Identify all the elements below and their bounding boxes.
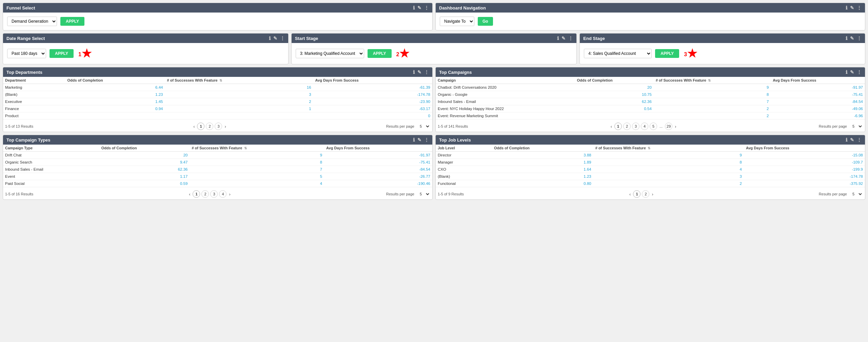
end-stage-dropdown[interactable]: 4: Sales Qualified Account xyxy=(584,49,652,58)
page-2-button[interactable]: 2 xyxy=(642,190,649,198)
navigate-to-dropdown[interactable]: Navigate To xyxy=(440,17,474,26)
table-cell: -190.46 xyxy=(324,180,432,187)
page-3-button[interactable]: 3 xyxy=(210,190,218,198)
prev-page-button[interactable]: ‹ xyxy=(628,192,632,197)
page-3-button[interactable]: 3 xyxy=(215,123,222,130)
col-successes: # of Successes With Feature ⇅ xyxy=(190,145,324,152)
page-1-button[interactable]: 1 xyxy=(193,190,200,198)
table-cell: 1.64 xyxy=(492,166,593,173)
date-range-dropdown[interactable]: Past 180 days xyxy=(7,49,46,58)
prev-page-button[interactable]: ‹ xyxy=(610,124,613,129)
page-2-button[interactable]: 2 xyxy=(206,123,213,130)
table-cell: Finance xyxy=(3,105,65,112)
page-2-button[interactable]: 2 xyxy=(201,190,209,198)
info-icon[interactable]: ℹ xyxy=(269,36,271,41)
funnel-select-dropdown[interactable]: Demand Generation xyxy=(7,17,57,26)
table-cell: 62.36 xyxy=(575,98,654,105)
info-icon[interactable]: ℹ xyxy=(846,36,847,41)
table-cell: 2 xyxy=(654,105,771,112)
funnel-select-icons: ℹ ✎ ⋮ xyxy=(413,5,429,10)
sort-icon[interactable]: ⇅ xyxy=(708,79,711,82)
table-cell: 2 xyxy=(593,180,744,187)
top-campaign-types-pages: ‹ 1 2 3 4 › xyxy=(188,190,232,198)
top-job-levels-pagination: 1-5 of 9 Results ‹ 1 2 › Results per pag… xyxy=(436,187,865,199)
funnel-apply-button[interactable]: APPLY xyxy=(60,17,84,26)
rpp-select[interactable]: 5 xyxy=(848,190,863,198)
col-odds-completion: Odds of Completion xyxy=(99,145,190,152)
top-campaigns-results-summary: 1-5 of 141 Results xyxy=(438,124,468,128)
edit-icon[interactable]: ✎ xyxy=(561,36,566,41)
more-icon[interactable]: ⋮ xyxy=(857,5,862,10)
start-stage-dropdown[interactable]: 3: Marketing Qualified Account xyxy=(296,49,364,58)
page-4-button[interactable]: 4 xyxy=(641,123,648,130)
prev-page-button[interactable]: ‹ xyxy=(192,124,196,129)
table-row: Manager1.898-109.7 xyxy=(436,159,865,166)
date-range-apply-button[interactable]: APPLY xyxy=(50,49,74,58)
more-icon[interactable]: ⋮ xyxy=(857,36,862,41)
sort-icon[interactable]: ⇅ xyxy=(219,79,222,82)
next-page-button[interactable]: › xyxy=(651,192,654,197)
edit-icon[interactable]: ✎ xyxy=(850,69,854,75)
info-icon[interactable]: ℹ xyxy=(846,5,847,10)
start-stage-panel: Start Stage ℹ ✎ ⋮ 3: Marketing Qualified… xyxy=(291,33,577,64)
next-page-button[interactable]: › xyxy=(223,124,227,129)
more-icon[interactable]: ⋮ xyxy=(857,137,862,143)
table-cell: Product xyxy=(3,112,65,120)
info-icon[interactable]: ℹ xyxy=(846,137,847,143)
col-avg-days: Avg Days From Success xyxy=(771,77,865,84)
page-2-button[interactable]: 2 xyxy=(623,123,631,130)
more-icon[interactable]: ⋮ xyxy=(424,137,429,143)
rpp-select[interactable]: 5 xyxy=(848,122,863,130)
more-icon[interactable]: ⋮ xyxy=(280,36,285,41)
next-page-button[interactable]: › xyxy=(228,192,231,197)
more-icon[interactable]: ⋮ xyxy=(424,5,429,10)
page-1-button[interactable]: 1 xyxy=(633,190,640,198)
table-cell: 2 xyxy=(654,112,771,120)
start-stage-apply-button[interactable]: APPLY xyxy=(368,49,392,58)
edit-icon[interactable]: ✎ xyxy=(850,36,854,41)
info-icon[interactable]: ℹ xyxy=(413,137,415,143)
end-stage-apply-button[interactable]: APPLY xyxy=(655,49,679,58)
table-cell: 7 xyxy=(654,98,771,105)
edit-icon[interactable]: ✎ xyxy=(417,5,421,10)
date-range-select-header: Date Range Select ℹ ✎ ⋮ xyxy=(3,34,288,43)
prev-page-button[interactable]: ‹ xyxy=(188,192,191,197)
table-cell: 2 xyxy=(165,98,313,105)
go-button[interactable]: Go xyxy=(478,17,493,26)
info-icon[interactable]: ℹ xyxy=(557,36,559,41)
table-cell: 1.89 xyxy=(492,159,593,166)
more-icon[interactable]: ⋮ xyxy=(424,69,429,75)
table-cell: Drift Chat xyxy=(3,152,99,159)
edit-icon[interactable]: ✎ xyxy=(273,36,277,41)
table-cell: -75.41 xyxy=(771,91,865,98)
edit-icon[interactable]: ✎ xyxy=(417,137,421,143)
page-3-button[interactable]: 3 xyxy=(632,123,639,130)
info-icon[interactable]: ℹ xyxy=(413,69,415,75)
date-range-select-body: Past 180 days APPLY 1✭ xyxy=(3,43,288,64)
table-cell: -61.39 xyxy=(313,84,432,91)
rpp-select[interactable]: 5 xyxy=(416,190,430,198)
dashboard-navigation-panel: Dashboard Navigation ℹ ✎ ⋮ Navigate To G… xyxy=(435,3,865,30)
edit-icon[interactable]: ✎ xyxy=(417,69,421,75)
info-icon[interactable]: ℹ xyxy=(846,69,847,75)
table-cell: 7 xyxy=(190,166,324,173)
page-5-button[interactable]: 5 xyxy=(650,123,657,130)
page-1-button[interactable]: 1 xyxy=(614,123,622,130)
table-cell: -23.90 xyxy=(313,98,432,105)
more-icon[interactable]: ⋮ xyxy=(857,69,862,75)
star-number-1: 1 xyxy=(78,51,81,57)
next-page-button[interactable]: › xyxy=(674,124,677,129)
top-job-levels-icons: ℹ ✎ ⋮ xyxy=(846,137,862,143)
page-4-button[interactable]: 4 xyxy=(219,190,226,198)
edit-icon[interactable]: ✎ xyxy=(850,137,854,143)
rpp-label: Results per page xyxy=(386,192,414,196)
page-1-button[interactable]: 1 xyxy=(197,123,204,130)
rpp-select[interactable]: 5 xyxy=(416,122,430,130)
start-stage-header: Start Stage ℹ ✎ ⋮ xyxy=(292,34,577,43)
info-icon[interactable]: ℹ xyxy=(413,5,415,10)
edit-icon[interactable]: ✎ xyxy=(850,5,854,10)
page-29-button[interactable]: 29 xyxy=(665,123,672,130)
sort-icon[interactable]: ⇅ xyxy=(648,146,650,150)
more-icon[interactable]: ⋮ xyxy=(568,36,573,41)
sort-icon[interactable]: ⇅ xyxy=(244,146,247,150)
